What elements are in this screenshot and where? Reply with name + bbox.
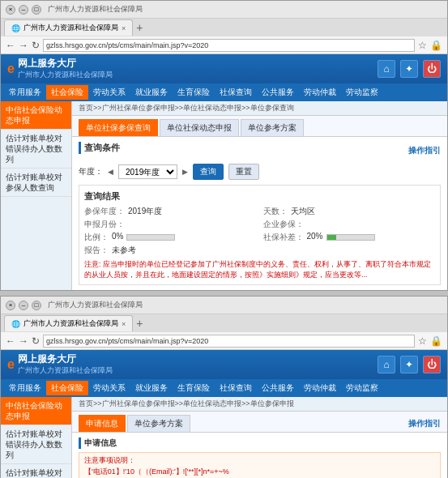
tab-close-icon-1[interactable]: ×: [122, 24, 126, 32]
back-icon-1[interactable]: ←: [6, 40, 15, 51]
year-select[interactable]: 2019年度: [118, 164, 177, 179]
sidebar-item-2-guji2[interactable]: 估计对账单校对参保人数查询: [1, 464, 71, 478]
reset-btn[interactable]: 重置: [228, 164, 259, 180]
nav-item-shebao[interactable]: 社保查询: [215, 85, 257, 100]
minimize-btn-1[interactable]: –: [19, 5, 28, 15]
nav-item-2-shengyu[interactable]: 生育保险: [173, 381, 215, 395]
sub-tab-2-info[interactable]: 申请信息: [79, 415, 126, 432]
nav-item-laodong[interactable]: 劳动关系: [88, 85, 130, 100]
sidebar-item-zhongxin[interactable]: 中信社会保险动态申报: [1, 101, 71, 130]
maximize-btn-2[interactable]: □: [32, 301, 41, 310]
logo-text-2: 网上服务大厅: [18, 353, 113, 365]
year-arrow-right[interactable]: ▶: [182, 168, 188, 176]
browser-tab-1[interactable]: 🌐 广州市人力资源和社会保障局 ×: [4, 19, 133, 36]
new-tab-btn-2[interactable]: +: [133, 317, 146, 330]
search-btn[interactable]: 查询: [193, 164, 224, 180]
logo-area-1: e 网上服务大厅 广州市人力资源和社会保障局: [7, 58, 113, 79]
nav-item-2-shehui[interactable]: 社会保险: [46, 381, 88, 395]
content-2: 申请信息 注意事项说明： 【'电话01】!'10（（(Email):'】!['*…: [72, 433, 447, 478]
settings-icon-btn-1[interactable]: ✦: [400, 60, 418, 78]
maximize-btn-1[interactable]: □: [32, 5, 41, 15]
breadcrumb-1: 首页>>广州社保单位参保申报>>单位社保动态申报>>单位参保查询: [72, 101, 447, 116]
nav-item-shengyu[interactable]: 生育保险: [173, 85, 215, 100]
refresh-icon-1[interactable]: ↻: [32, 40, 40, 51]
nav-item-2-jiuye[interactable]: 就业服务: [130, 381, 173, 395]
result-key-6: 报告：: [84, 245, 109, 256]
sidebar-item-2-guji1[interactable]: 估计对账单校对错误待办人数数列: [1, 425, 71, 464]
result-value-1: 天均区: [291, 206, 315, 217]
header-icons-2: ⌂ ✦ ⏻: [378, 356, 441, 373]
operation-hint-1[interactable]: 操作指引: [408, 145, 441, 156]
logo-area-2: e 网上服务大厅 广州市人力资源和社会保障局: [7, 353, 113, 375]
nav-item-gongong[interactable]: 公共服务: [257, 85, 299, 100]
sub-tab-query[interactable]: 单位社保参保查询: [79, 119, 158, 136]
forward-icon-1[interactable]: →: [19, 40, 28, 51]
new-tab-btn-1[interactable]: +: [133, 21, 146, 34]
result-key-0: 参保年度：: [84, 206, 125, 217]
result-title-1: 查询结果: [84, 190, 435, 203]
nav-item-2-zhongcai[interactable]: 劳动仲裁: [299, 381, 341, 395]
year-arrow-left[interactable]: ◀: [108, 168, 113, 176]
browser-tab-2[interactable]: 🌐 广州市人力资源和社会保障局 ×: [4, 315, 133, 331]
tab-close-icon-2[interactable]: ×: [122, 320, 126, 328]
logo-subtext-1: 广州市人力资源和社会保障局: [18, 70, 113, 80]
power-icon-btn-1[interactable]: ⏻: [423, 60, 441, 78]
sidebar-item-guji2[interactable]: 估计对账单校对参保人数查询: [1, 169, 71, 197]
sidebar-2: 中信社会保险动态申报 估计对账单校对错误待办人数数列 估计对账单校对参保人数查询: [1, 397, 72, 478]
tab-favicon-2: 🌐: [11, 320, 20, 328]
home-icon-btn-2[interactable]: ⌂: [378, 356, 395, 373]
nav-item-2-jianchao[interactable]: 劳动监察: [341, 381, 383, 395]
window-title-1: 广州市人力资源和社会保障局: [48, 4, 143, 15]
result-value-0: 2019年度: [128, 206, 162, 217]
notice-content: 【'电话01】!'10（（(Email):'】!['**][*]n*=+~%: [84, 467, 435, 478]
query-section-title: 查询条件: [79, 142, 120, 154]
lock-icon-2: 🔒: [430, 335, 442, 347]
result-section-1: 查询结果 参保年度： 2019年度 天数： 天均区 申报月份：: [79, 185, 441, 285]
result-value-6: 未参考: [112, 245, 136, 256]
minimize-btn-2[interactable]: –: [19, 301, 28, 310]
nav-item-jiuye[interactable]: 就业服务: [130, 85, 173, 100]
nav-item-2-changyong[interactable]: 常用服务: [4, 381, 46, 395]
star-icon-1[interactable]: ☆: [418, 40, 427, 51]
notice-text: 注意事项说明： 【'电话01】!'10（（(Email):'】!['**][*]…: [79, 452, 441, 478]
site-header-1: e 网上服务大厅 广州市人力资源和社会保障局 ⌂ ✦ ⏻: [1, 54, 447, 83]
result-row-0: 参保年度： 2019年度: [84, 206, 257, 217]
sidebar-1: 中信社会保险动态申报 估计对账单校对错误待办人数数列 估计对账单校对参保人数查询: [1, 101, 72, 290]
power-icon-btn-2[interactable]: ⏻: [423, 356, 441, 373]
sidebar-item-guji1[interactable]: 估计对账单校对错误待办人数数列: [1, 130, 71, 169]
nav-item-changyong[interactable]: 常用服务: [4, 85, 46, 100]
home-icon-btn-1[interactable]: ⌂: [378, 60, 395, 78]
nav-icons-1: ← → ↻: [6, 40, 40, 51]
nav-item-2-gongong[interactable]: 公共服务: [257, 381, 299, 395]
nav-item-zhongcai[interactable]: 劳动仲裁: [299, 85, 341, 100]
result-row-5: 社保补差： 20%: [263, 232, 436, 243]
back-icon-2[interactable]: ←: [6, 335, 15, 347]
nav-item-2-shebao[interactable]: 社保查询: [215, 381, 257, 395]
forward-icon-2[interactable]: →: [19, 335, 28, 347]
star-icon-2[interactable]: ☆: [418, 335, 427, 347]
logo-icon-1: e: [7, 62, 15, 76]
result-row-3: 企业参保：: [263, 219, 436, 230]
sub-tab-2-plan[interactable]: 单位参考方案: [127, 415, 190, 432]
sidebar-item-2-zhongxin[interactable]: 中信社会保险动态申报: [1, 397, 71, 425]
address-input-2[interactable]: [43, 335, 415, 348]
nav-item-jianchao[interactable]: 劳动监察: [341, 85, 383, 100]
main-layout-1: 中信社会保险动态申报 估计对账单校对错误待办人数数列 估计对账单校对参保人数查询…: [1, 101, 447, 290]
titlebar-2: × – □ 广州市人力资源和社会保障局: [1, 297, 447, 314]
sub-tab-dynamic[interactable]: 单位社保动态申报: [160, 119, 239, 136]
operation-hint-2[interactable]: 操作指引: [408, 416, 441, 431]
settings-icon-btn-2[interactable]: ✦: [400, 356, 418, 373]
address-input-1[interactable]: [43, 39, 415, 52]
sub-tab-plan[interactable]: 单位参考方案: [241, 119, 304, 136]
nav-menu-1: 常用服务 社会保险 劳动关系 就业服务 生育保险 社保查询 公共服务 劳动仲裁 …: [1, 83, 447, 101]
close-btn-1[interactable]: ×: [6, 5, 15, 15]
nav-item-2-laodong[interactable]: 劳动关系: [88, 381, 130, 395]
close-btn-2[interactable]: ×: [6, 301, 15, 310]
result-key-5: 社保补差：: [263, 232, 304, 243]
nav-item-shehui[interactable]: 社会保险: [46, 85, 88, 100]
progress-fill-2: [327, 235, 337, 240]
refresh-icon-2[interactable]: ↻: [32, 335, 40, 347]
page-content-2: e 网上服务大厅 广州市人力资源和社会保障局 ⌂ ✦ ⏻ 常用服务 社会保险 劳…: [1, 350, 447, 478]
address-bar-1: ← → ↻ ☆ 🔒: [1, 36, 447, 54]
result-row-6: 报告： 未参考: [84, 245, 257, 256]
